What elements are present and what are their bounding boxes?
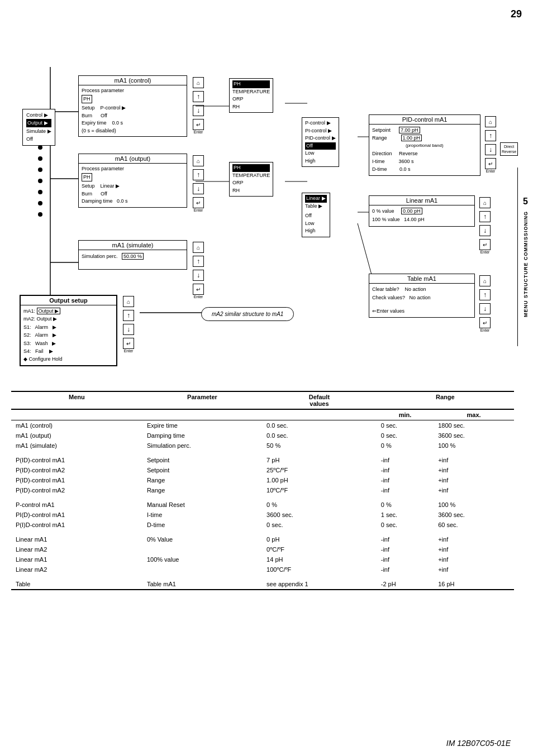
table-clear: Clear table? No action: [372, 285, 472, 294]
nav-down-pid[interactable]: ↓: [485, 144, 496, 155]
cell-menu: Linear mA1: [11, 534, 142, 544]
nav-up-2[interactable]: ↑: [193, 169, 204, 180]
nav-enter-2-label: Enter: [194, 208, 203, 212]
ma1-control-nav: ⌂ ↑ ↓ ↵ Enter: [193, 77, 204, 134]
cell-min: -inf: [377, 564, 434, 575]
control-menu-item-4: Off: [26, 135, 51, 143]
pid-range-note: (proportional band): [406, 142, 477, 150]
ma1-simulate-title: mA1 (simulate): [79, 241, 187, 250]
nav-home-3[interactable]: ⌂: [193, 242, 204, 253]
cell-menu: P(ID)-control mA2: [11, 485, 142, 495]
nav-up-table[interactable]: ↑: [479, 289, 491, 300]
pid-dtime: D-time 0.0 s: [372, 165, 477, 173]
nav-enter-table[interactable]: ↵: [479, 317, 491, 328]
linear-0pct: 0 % value 0.00 pH: [372, 207, 472, 216]
cell-default: 0.0 sec.: [262, 430, 377, 441]
nav-down-linear[interactable]: ↓: [479, 225, 491, 236]
nav-enter-table-label: Enter: [480, 328, 490, 332]
control-menu-item-1: Control ▶: [26, 111, 51, 119]
nav-enter-1-group: ↵ Enter: [193, 119, 204, 134]
cell-menu: Table: [11, 579, 142, 590]
nav-enter-2[interactable]: ↵: [193, 197, 204, 208]
nav-up-1[interactable]: ↑: [193, 91, 204, 102]
cell-menu: P(I)D-control mA1: [11, 520, 142, 530]
col-min: min.: [377, 409, 434, 420]
cell-max: 1800 sec.: [434, 420, 514, 431]
ma1-control-pp-label: Process parameter: [82, 87, 184, 95]
output-s2: S2: Alarm ▶: [23, 331, 113, 339]
output-s4: S4: Fail ▶: [23, 347, 113, 355]
cell-max: 3600 sec.: [434, 510, 514, 520]
ma1-simulate-sim: Simulation perc. 50.00 %: [82, 253, 184, 261]
output-setup-content: mA1: Output ▶ mA2: Output ▶ S1: Alarm ▶ …: [21, 305, 116, 365]
direct-label: Direct: [502, 144, 516, 149]
cell-parameter: Damping time: [142, 430, 262, 441]
nav-enter-output[interactable]: ↵: [123, 338, 134, 349]
nav-enter-linear[interactable]: ↵: [479, 239, 491, 250]
table-row: P(ID)-control mA1 Setpoint 7 pH -inf +in…: [11, 455, 514, 465]
table-row: P(I)D-control mA1 D-time 0 sec. 0 sec. 6…: [11, 520, 514, 530]
col-default: Defaultvalues: [262, 391, 377, 409]
nav-up-pid[interactable]: ↑: [485, 130, 496, 141]
pid-setpoint: Setpoint 7.00 pH: [372, 126, 477, 134]
ph-menu-1-rh: RH: [232, 103, 270, 111]
output-s3: S3: Wash ▶: [23, 339, 113, 347]
cell-menu: P(ID)-control mA1: [11, 475, 142, 485]
table-row: Linear mA1 100% value 14 pH -inf +inf: [11, 554, 514, 564]
pid-range: Range 1.00 pH: [372, 134, 477, 142]
ma1-output-burn: Burn Off: [82, 190, 184, 198]
cell-menu: Linear mA1: [11, 554, 142, 564]
nav-up-3[interactable]: ↑: [193, 256, 204, 267]
output-ma2: mA2: Output ▶: [23, 315, 113, 323]
linear-ma1-box: Linear mA1 0 % value 0.00 pH 100 % value…: [369, 195, 475, 227]
nav-enter-output-label: Enter: [124, 349, 134, 353]
pid-itime: I-time 3600 s: [372, 157, 477, 165]
cell-parameter: [142, 564, 262, 575]
nav-down-1[interactable]: ↓: [193, 105, 204, 116]
nav-home-table[interactable]: ⌂: [479, 275, 491, 286]
ma1-simulate-box: mA1 (simulate) Simulation perc. 50.00 %: [78, 240, 187, 270]
nav-home-1[interactable]: ⌂: [193, 77, 204, 88]
nav-enter-1[interactable]: ↵: [193, 119, 204, 130]
nav-up-linear[interactable]: ↑: [479, 211, 491, 222]
cell-parameter: I-time: [142, 510, 262, 520]
ph-menu-1-temp: TEMPERATURE: [232, 88, 270, 96]
nav-down-sim[interactable]: ↓: [193, 270, 204, 281]
table-row: mA1 (control) Expire time 0.0 sec. 0 sec…: [11, 420, 514, 431]
nav-enter-pid[interactable]: ↵: [485, 158, 496, 169]
ma1-simulate-nav: ⌂ ↑ ↓ ↵ Enter: [193, 242, 204, 299]
table-row: PI(D)-control mA1 I-time 3600 sec. 1 sec…: [11, 510, 514, 520]
table-ma1-nav: ⌂ ↑ ↓ ↵ Enter: [479, 275, 491, 332]
nav-home-output[interactable]: ⌂: [123, 296, 134, 307]
nav-enter-1-label: Enter: [194, 130, 203, 134]
cell-menu: P-control mA1: [11, 500, 142, 510]
cell-parameter: Expire time: [142, 420, 262, 431]
table-ma1-box: Table mA1 Clear table? No action Check v…: [369, 274, 475, 318]
pid-control-box: PID-control mA1 Setpoint 7.00 pH Range 1…: [369, 114, 480, 176]
ph-menu-2-temp: TEMPERATURE: [232, 172, 270, 180]
p-control-menu: P-control ▶ PI-control ▶ PID-control ▶ O…: [302, 117, 339, 167]
cell-menu: PI(D)-control mA1: [11, 510, 142, 520]
ph-menu-2-ph: PH: [232, 164, 270, 172]
table-row: P(ID)-control mA1 Range 1.00 pH -inf +in…: [11, 475, 514, 485]
nav-home-pid[interactable]: ⌂: [485, 116, 496, 127]
cell-max: 3600 sec.: [434, 430, 514, 441]
nav-enter-3[interactable]: ↵: [193, 284, 204, 295]
cell-default: 0 pH: [262, 534, 377, 544]
nav-down-2[interactable]: ↓: [193, 183, 204, 194]
cell-default: 10ºC/ºF: [262, 485, 377, 495]
linear-table-low: Low: [305, 220, 327, 228]
diagram-area: Control ▶ Output ▶ Simulate ▶ Off mA1 (c…: [11, 22, 525, 380]
ph-menu-2: PH TEMPERATURE ORP RH: [229, 162, 273, 197]
ma1-output-nav: ⌂ ↑ ↓ ↵ Enter: [193, 155, 204, 212]
nav-home-2[interactable]: ⌂: [193, 155, 204, 166]
nav-down-table[interactable]: ↓: [479, 303, 491, 314]
cell-max: +inf: [434, 564, 514, 575]
ma1-simulate-content: Simulation perc. 50.00 %: [79, 250, 187, 269]
nav-up-output[interactable]: ↑: [123, 310, 134, 321]
nav-down-output[interactable]: ↓: [123, 324, 134, 335]
ma1-control-expiry: Expiry time 0.0 s: [82, 119, 184, 127]
nav-home-linear[interactable]: ⌂: [479, 197, 491, 208]
nav-enter-table-group: ↵ Enter: [479, 317, 491, 332]
cell-max: +inf: [434, 465, 514, 475]
